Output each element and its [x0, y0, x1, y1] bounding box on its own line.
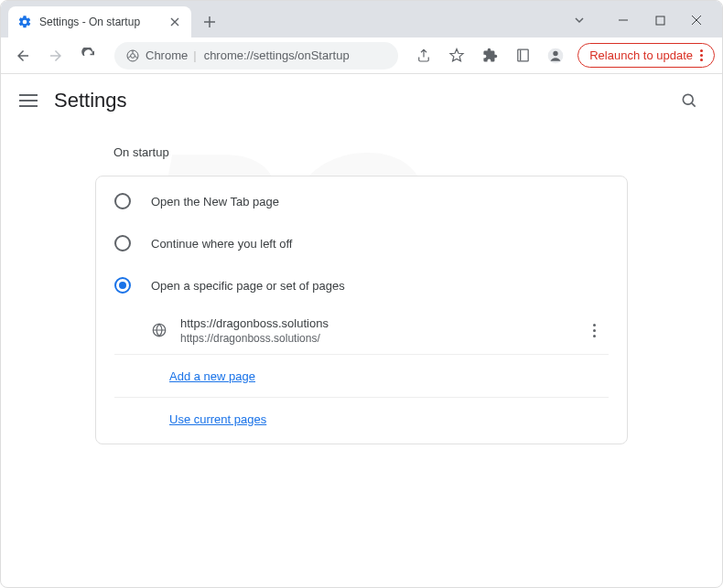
startup-page-row: https://dragonboss.solutions https://dra…: [114, 306, 609, 355]
settings-header: Settings: [1, 74, 722, 127]
tab-title: Settings - On startup: [39, 16, 160, 28]
svg-point-4: [131, 53, 135, 58]
back-button[interactable]: [8, 41, 38, 70]
reload-button[interactable]: [74, 41, 103, 70]
add-page-link[interactable]: Add a new page: [169, 369, 255, 383]
window-controls: [561, 6, 715, 34]
tabs-area: Settings - On startup: [8, 1, 561, 37]
maximize-button[interactable]: [642, 6, 678, 34]
settings-gear-icon: [17, 15, 32, 29]
radio-specific-pages[interactable]: Open a specific page or set of pages: [96, 264, 627, 306]
radio-icon: [114, 235, 131, 251]
use-current-link[interactable]: Use current pages: [169, 412, 266, 426]
reading-list-button[interactable]: [508, 41, 537, 70]
page-title: Settings: [54, 89, 674, 112]
page-url-text: https://dragonboss.solutions/: [180, 332, 567, 345]
radio-label: Continue where you left off: [151, 237, 292, 251]
radio-icon: [114, 193, 131, 209]
svg-rect-2: [656, 16, 664, 25]
profile-button[interactable]: [541, 41, 570, 70]
forward-button[interactable]: [41, 41, 70, 70]
radio-label: Open a specific page or set of pages: [151, 279, 345, 293]
origin-label: Chrome: [146, 48, 188, 62]
radio-continue[interactable]: Continue where you left off: [96, 222, 627, 264]
browser-toolbar: Chrome | chrome://settings/onStartup Re: [1, 37, 722, 74]
page-more-button[interactable]: [579, 315, 609, 345]
menu-dots-icon: [700, 49, 703, 61]
main-content: On startup Open the New Tab page Continu…: [1, 127, 722, 455]
bookmark-button[interactable]: [442, 41, 471, 70]
search-settings-button[interactable]: [674, 86, 704, 115]
close-window-button[interactable]: [678, 6, 715, 34]
svg-rect-5: [518, 49, 528, 61]
new-tab-button[interactable]: [197, 9, 222, 35]
menu-button[interactable]: [19, 91, 38, 110]
settings-card: Open the New Tab page Continue where you…: [95, 176, 628, 444]
vertical-dots-icon: [593, 324, 596, 337]
svg-point-8: [683, 94, 693, 104]
globe-icon: [151, 322, 167, 338]
relaunch-label: Relaunch to update: [589, 48, 693, 62]
tab-search-button[interactable]: [561, 6, 598, 34]
radio-label: Open the New Tab page: [151, 195, 279, 208]
close-icon[interactable]: [167, 15, 182, 29]
browser-tab[interactable]: Settings - On startup: [8, 6, 191, 37]
url-text: chrome://settings/onStartup: [204, 48, 350, 62]
on-startup-section: On startup Open the New Tab page Continu…: [95, 138, 628, 444]
relaunch-button[interactable]: Relaunch to update: [577, 43, 715, 68]
section-heading: On startup: [95, 138, 628, 176]
svg-point-7: [554, 50, 558, 55]
minimize-button[interactable]: [605, 6, 642, 34]
radio-icon: [114, 277, 131, 294]
chrome-icon: [125, 48, 140, 63]
radio-open-new-tab[interactable]: Open the New Tab page: [96, 180, 627, 222]
share-button[interactable]: [409, 41, 438, 70]
page-title-text: https://dragonboss.solutions: [180, 316, 567, 330]
titlebar: Settings - On startup: [1, 1, 722, 37]
address-bar[interactable]: Chrome | chrome://settings/onStartup: [114, 42, 398, 69]
site-info-chip[interactable]: Chrome |: [125, 48, 197, 63]
extensions-button[interactable]: [475, 41, 504, 70]
